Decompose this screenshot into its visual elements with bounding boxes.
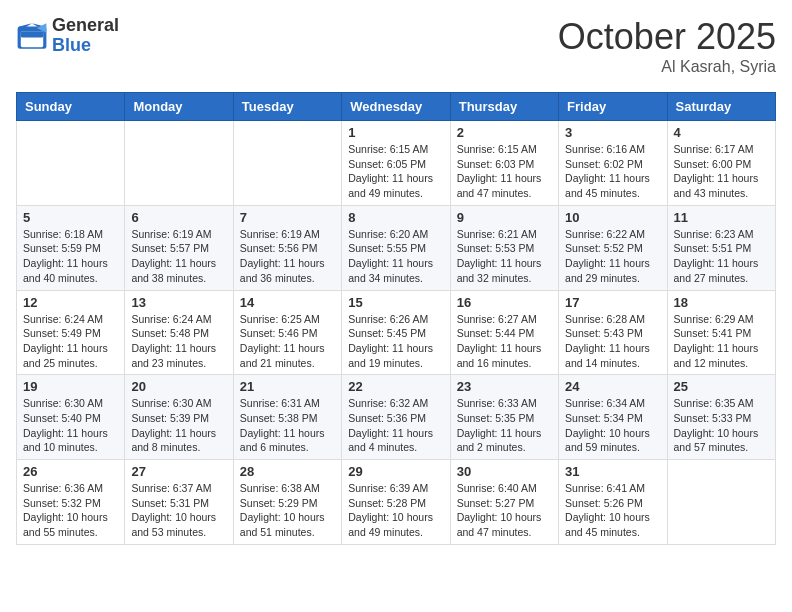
calendar-cell: 12Sunrise: 6:24 AM Sunset: 5:49 PM Dayli… (17, 290, 125, 375)
day-number: 14 (240, 295, 335, 310)
logo-text: General Blue (52, 16, 119, 56)
weekday-header: Wednesday (342, 93, 450, 121)
day-info: Sunrise: 6:24 AM Sunset: 5:48 PM Dayligh… (131, 312, 226, 371)
calendar-cell: 29Sunrise: 6:39 AM Sunset: 5:28 PM Dayli… (342, 460, 450, 545)
day-info: Sunrise: 6:17 AM Sunset: 6:00 PM Dayligh… (674, 142, 769, 201)
day-number: 2 (457, 125, 552, 140)
calendar-cell: 31Sunrise: 6:41 AM Sunset: 5:26 PM Dayli… (559, 460, 667, 545)
day-info: Sunrise: 6:15 AM Sunset: 6:05 PM Dayligh… (348, 142, 443, 201)
calendar-cell: 10Sunrise: 6:22 AM Sunset: 5:52 PM Dayli… (559, 205, 667, 290)
day-info: Sunrise: 6:19 AM Sunset: 5:57 PM Dayligh… (131, 227, 226, 286)
day-number: 16 (457, 295, 552, 310)
day-number: 23 (457, 379, 552, 394)
calendar-table: SundayMondayTuesdayWednesdayThursdayFrid… (16, 92, 776, 545)
calendar-week-row: 26Sunrise: 6:36 AM Sunset: 5:32 PM Dayli… (17, 460, 776, 545)
day-number: 5 (23, 210, 118, 225)
calendar-cell: 28Sunrise: 6:38 AM Sunset: 5:29 PM Dayli… (233, 460, 341, 545)
location-title: Al Kasrah, Syria (558, 58, 776, 76)
day-info: Sunrise: 6:37 AM Sunset: 5:31 PM Dayligh… (131, 481, 226, 540)
day-info: Sunrise: 6:34 AM Sunset: 5:34 PM Dayligh… (565, 396, 660, 455)
day-info: Sunrise: 6:35 AM Sunset: 5:33 PM Dayligh… (674, 396, 769, 455)
calendar-cell: 1Sunrise: 6:15 AM Sunset: 6:05 PM Daylig… (342, 121, 450, 206)
day-info: Sunrise: 6:30 AM Sunset: 5:39 PM Dayligh… (131, 396, 226, 455)
day-info: Sunrise: 6:33 AM Sunset: 5:35 PM Dayligh… (457, 396, 552, 455)
calendar-cell (125, 121, 233, 206)
day-number: 8 (348, 210, 443, 225)
day-number: 4 (674, 125, 769, 140)
day-number: 7 (240, 210, 335, 225)
weekday-header: Monday (125, 93, 233, 121)
day-number: 22 (348, 379, 443, 394)
day-number: 13 (131, 295, 226, 310)
day-info: Sunrise: 6:26 AM Sunset: 5:45 PM Dayligh… (348, 312, 443, 371)
month-title: October 2025 (558, 16, 776, 58)
calendar-cell (233, 121, 341, 206)
day-number: 3 (565, 125, 660, 140)
calendar-cell: 2Sunrise: 6:15 AM Sunset: 6:03 PM Daylig… (450, 121, 558, 206)
day-info: Sunrise: 6:22 AM Sunset: 5:52 PM Dayligh… (565, 227, 660, 286)
calendar-cell: 3Sunrise: 6:16 AM Sunset: 6:02 PM Daylig… (559, 121, 667, 206)
day-number: 12 (23, 295, 118, 310)
day-info: Sunrise: 6:19 AM Sunset: 5:56 PM Dayligh… (240, 227, 335, 286)
calendar-week-row: 5Sunrise: 6:18 AM Sunset: 5:59 PM Daylig… (17, 205, 776, 290)
weekday-header: Friday (559, 93, 667, 121)
day-info: Sunrise: 6:18 AM Sunset: 5:59 PM Dayligh… (23, 227, 118, 286)
calendar-cell: 17Sunrise: 6:28 AM Sunset: 5:43 PM Dayli… (559, 290, 667, 375)
day-info: Sunrise: 6:15 AM Sunset: 6:03 PM Dayligh… (457, 142, 552, 201)
svg-rect-4 (21, 31, 43, 37)
day-number: 9 (457, 210, 552, 225)
calendar-cell: 5Sunrise: 6:18 AM Sunset: 5:59 PM Daylig… (17, 205, 125, 290)
day-info: Sunrise: 6:32 AM Sunset: 5:36 PM Dayligh… (348, 396, 443, 455)
title-block: October 2025 Al Kasrah, Syria (558, 16, 776, 76)
logo-blue: Blue (52, 35, 91, 55)
day-info: Sunrise: 6:24 AM Sunset: 5:49 PM Dayligh… (23, 312, 118, 371)
weekday-header: Thursday (450, 93, 558, 121)
day-info: Sunrise: 6:23 AM Sunset: 5:51 PM Dayligh… (674, 227, 769, 286)
day-number: 1 (348, 125, 443, 140)
weekday-header: Tuesday (233, 93, 341, 121)
logo-icon (16, 20, 48, 52)
weekday-header: Saturday (667, 93, 775, 121)
calendar-cell: 14Sunrise: 6:25 AM Sunset: 5:46 PM Dayli… (233, 290, 341, 375)
day-number: 27 (131, 464, 226, 479)
calendar-cell: 8Sunrise: 6:20 AM Sunset: 5:55 PM Daylig… (342, 205, 450, 290)
day-info: Sunrise: 6:38 AM Sunset: 5:29 PM Dayligh… (240, 481, 335, 540)
day-number: 29 (348, 464, 443, 479)
calendar-cell: 26Sunrise: 6:36 AM Sunset: 5:32 PM Dayli… (17, 460, 125, 545)
calendar-cell: 22Sunrise: 6:32 AM Sunset: 5:36 PM Dayli… (342, 375, 450, 460)
calendar-cell (667, 460, 775, 545)
weekday-header-row: SundayMondayTuesdayWednesdayThursdayFrid… (17, 93, 776, 121)
day-info: Sunrise: 6:28 AM Sunset: 5:43 PM Dayligh… (565, 312, 660, 371)
day-number: 30 (457, 464, 552, 479)
calendar-cell: 16Sunrise: 6:27 AM Sunset: 5:44 PM Dayli… (450, 290, 558, 375)
day-info: Sunrise: 6:21 AM Sunset: 5:53 PM Dayligh… (457, 227, 552, 286)
day-number: 11 (674, 210, 769, 225)
calendar-cell: 11Sunrise: 6:23 AM Sunset: 5:51 PM Dayli… (667, 205, 775, 290)
weekday-header: Sunday (17, 93, 125, 121)
day-number: 19 (23, 379, 118, 394)
calendar-cell: 20Sunrise: 6:30 AM Sunset: 5:39 PM Dayli… (125, 375, 233, 460)
calendar-cell: 19Sunrise: 6:30 AM Sunset: 5:40 PM Dayli… (17, 375, 125, 460)
day-number: 21 (240, 379, 335, 394)
day-number: 24 (565, 379, 660, 394)
day-number: 20 (131, 379, 226, 394)
day-number: 10 (565, 210, 660, 225)
calendar-cell: 15Sunrise: 6:26 AM Sunset: 5:45 PM Dayli… (342, 290, 450, 375)
day-info: Sunrise: 6:29 AM Sunset: 5:41 PM Dayligh… (674, 312, 769, 371)
calendar-cell: 30Sunrise: 6:40 AM Sunset: 5:27 PM Dayli… (450, 460, 558, 545)
day-info: Sunrise: 6:16 AM Sunset: 6:02 PM Dayligh… (565, 142, 660, 201)
day-info: Sunrise: 6:30 AM Sunset: 5:40 PM Dayligh… (23, 396, 118, 455)
day-number: 17 (565, 295, 660, 310)
day-info: Sunrise: 6:36 AM Sunset: 5:32 PM Dayligh… (23, 481, 118, 540)
day-info: Sunrise: 6:41 AM Sunset: 5:26 PM Dayligh… (565, 481, 660, 540)
day-number: 18 (674, 295, 769, 310)
day-info: Sunrise: 6:40 AM Sunset: 5:27 PM Dayligh… (457, 481, 552, 540)
calendar-cell: 18Sunrise: 6:29 AM Sunset: 5:41 PM Dayli… (667, 290, 775, 375)
logo-general: General (52, 15, 119, 35)
calendar-cell: 21Sunrise: 6:31 AM Sunset: 5:38 PM Dayli… (233, 375, 341, 460)
day-info: Sunrise: 6:31 AM Sunset: 5:38 PM Dayligh… (240, 396, 335, 455)
calendar-cell: 13Sunrise: 6:24 AM Sunset: 5:48 PM Dayli… (125, 290, 233, 375)
calendar-week-row: 19Sunrise: 6:30 AM Sunset: 5:40 PM Dayli… (17, 375, 776, 460)
calendar-cell: 23Sunrise: 6:33 AM Sunset: 5:35 PM Dayli… (450, 375, 558, 460)
day-number: 26 (23, 464, 118, 479)
